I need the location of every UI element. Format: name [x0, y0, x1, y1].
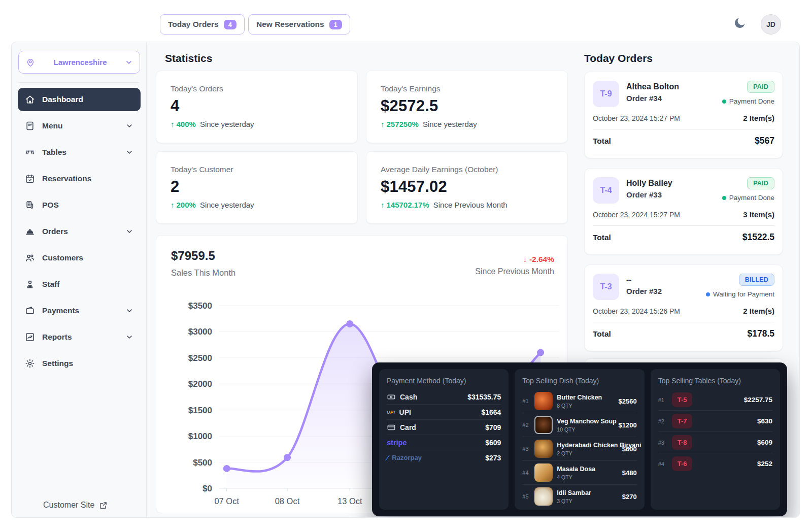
total-label: Total: [593, 329, 611, 339]
order-number: Order #32: [626, 287, 662, 295]
external-link-icon: [99, 501, 108, 510]
menu-board-icon: [25, 121, 35, 131]
dish-photo: [534, 463, 553, 482]
payment-row: Card $709: [387, 419, 501, 435]
table-row: #2 T-7 $630: [658, 410, 772, 432]
stat-card-todays-earnings: Today's Earnings $2572.5 ↑257250%Since y…: [366, 71, 568, 143]
order-card[interactable]: T-4 Holly Bailey Order #33 PAID Payment …: [584, 168, 783, 255]
location-selector[interactable]: Lawrenceshire: [18, 51, 140, 74]
chevron-down-icon: [125, 227, 133, 236]
sidebar-item-label: Tables: [42, 148, 66, 157]
stat-label: Today's Customer: [171, 165, 343, 174]
content-frame: Lawrenceshire Dashboard Menu Tables: [11, 42, 800, 518]
total-label: Total: [593, 233, 611, 242]
sidebar-item-label: Settings: [42, 359, 73, 368]
stat-label: Average Daily Earnings (October): [381, 165, 553, 174]
sidebar-item-pos[interactable]: POS: [18, 193, 141, 217]
sidebar-item-reports[interactable]: Reports: [18, 325, 141, 349]
table-row: #4 T-6 $252: [658, 453, 772, 474]
card-icon: [387, 423, 396, 432]
order-datetime: October 23, 2024 15:27 PM: [593, 114, 680, 122]
dish-row: #1 Butter Chicken8 QTY $2560: [522, 389, 636, 413]
customer-name: --: [626, 275, 662, 284]
pos-terminal-icon: [25, 200, 35, 210]
today-orders-button[interactable]: Today Orders 4: [160, 14, 245, 35]
divider: [593, 322, 774, 322]
top-selling-dish-panel: Top Selling Dish (Today) #1 Butter Chick…: [515, 369, 644, 510]
sidebar-item-label: Dashboard: [42, 95, 83, 104]
sales-subtitle: Sales This Month: [171, 268, 235, 278]
stat-value: 4: [171, 97, 343, 115]
stat-card-todays-orders: Today's Orders 4 ↑400%Since yesterday: [156, 71, 358, 143]
svg-text:$2500: $2500: [188, 353, 212, 363]
order-number: Order #34: [626, 94, 679, 103]
new-reservations-button[interactable]: New Reservations 1: [248, 14, 350, 35]
sidebar-divider: [18, 82, 140, 83]
sidebar-item-tables[interactable]: Tables: [18, 141, 141, 164]
chevron-down-icon: [125, 122, 133, 130]
chevron-down-icon: [125, 58, 133, 67]
stat-change: ↑200%Since yesterday: [171, 201, 343, 209]
up-arrow-icon: ↑: [381, 120, 385, 128]
chevron-down-icon: [125, 333, 133, 341]
divider: [593, 129, 774, 129]
sidebar-item-label: Customers: [42, 253, 83, 262]
order-item-count: 2 Item(s): [743, 114, 774, 122]
customer-site-label: Customer Site: [43, 501, 94, 510]
order-card[interactable]: T-3 -- Order #32 BILLED Waiting for Paym…: [584, 264, 783, 351]
svg-text:$1500: $1500: [188, 406, 212, 415]
table-badge: T-6: [672, 456, 693, 471]
dish-photo: [534, 440, 553, 458]
sidebar-item-orders[interactable]: Orders: [18, 220, 141, 243]
total-label: Total: [593, 137, 611, 146]
sidebar-item-dashboard[interactable]: Dashboard: [18, 88, 141, 111]
sidebar-item-payments[interactable]: Payments: [18, 299, 141, 322]
table-badge: T-3: [593, 274, 619, 300]
up-arrow-icon: ↑: [171, 201, 175, 209]
total-value: $567: [755, 136, 774, 146]
stripe-logo: stripe: [387, 439, 407, 447]
stat-label: Today's Orders: [171, 84, 343, 93]
panel-title: Top Selling Dish (Today): [522, 377, 636, 385]
status-note: Waiting for Payment: [713, 290, 774, 298]
order-item-count: 3 Item(s): [743, 210, 774, 219]
table-icon: [25, 147, 35, 157]
sidebar-item-customers[interactable]: Customers: [18, 246, 141, 270]
dish-row: #2 Veg Manchow Soup10 QTY $1200: [522, 413, 636, 437]
users-icon: [25, 253, 35, 263]
calendar-check-icon: [25, 174, 35, 184]
svg-text:07 Oct: 07 Oct: [214, 496, 239, 506]
cash-icon: [387, 392, 396, 402]
sidebar-item-menu[interactable]: Menu: [18, 114, 141, 138]
customer-site-link[interactable]: Customer Site: [43, 501, 108, 510]
payment-row: Cash $31535.75: [387, 389, 501, 404]
order-card[interactable]: T-9 Althea Bolton Order #34 PAID Payment…: [584, 72, 783, 158]
today-orders-button-label: Today Orders: [168, 20, 219, 29]
location-name: Lawrenceshire: [40, 58, 121, 67]
stat-label: Today's Earnings: [381, 84, 553, 93]
divider: [593, 225, 774, 226]
gear-icon: [25, 358, 35, 369]
dashboard-widgets-overlay: Payment Method (Today) Cash $31535.75 UP…: [372, 362, 787, 516]
payment-row: ⁄Razorpay $273: [387, 450, 501, 465]
stat-card-average-daily-earnings: Average Daily Earnings (October) $1457.0…: [366, 151, 568, 224]
wallet-icon: [25, 306, 35, 316]
user-avatar[interactable]: JD: [761, 14, 781, 35]
sidebar-item-label: Menu: [42, 121, 62, 130]
table-badge: T-9: [593, 81, 619, 107]
payment-row: stripe $609: [387, 435, 501, 450]
cloche-icon: [25, 226, 35, 237]
svg-text:$3000: $3000: [188, 327, 212, 337]
dish-row: #5 Idli Sambar3 QTY $270: [522, 484, 636, 508]
sales-change: ↓ -2.64%: [523, 255, 554, 264]
dish-row: #3 Hyderabadi Chicken Biryani2 QTY $600: [522, 437, 636, 460]
sidebar-item-staff[interactable]: Staff: [18, 273, 141, 296]
dark-mode-toggle[interactable]: [733, 16, 748, 31]
panel-title: Payment Method (Today): [387, 377, 501, 385]
sidebar-item-settings[interactable]: Settings: [18, 352, 141, 375]
stat-change: ↑145702.17%Since Previous Month: [381, 201, 553, 209]
sidebar-item-reservations[interactable]: Reservations: [18, 167, 141, 190]
svg-text:$2000: $2000: [188, 379, 212, 389]
up-arrow-icon: ↑: [381, 201, 385, 209]
payment-method-panel: Payment Method (Today) Cash $31535.75 UP…: [379, 369, 509, 510]
